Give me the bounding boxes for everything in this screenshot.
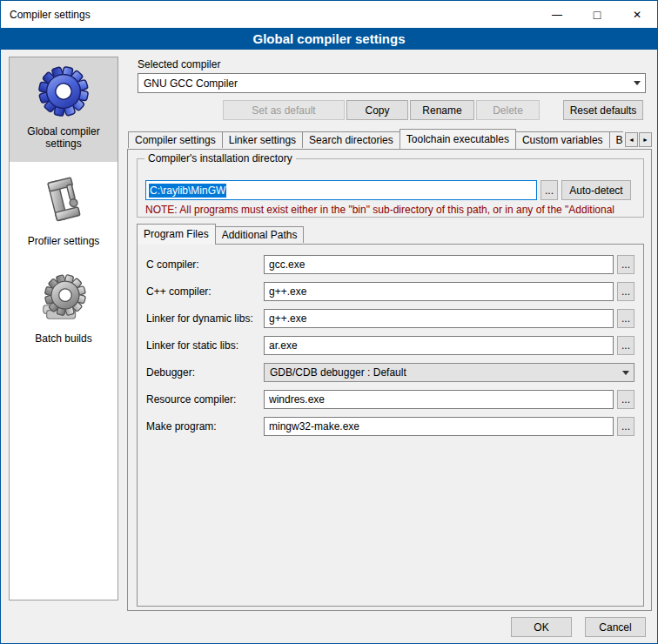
set-as-default-button[interactable]: Set as default bbox=[223, 100, 345, 120]
installation-directory-group-label: Compiler's installation directory bbox=[144, 152, 296, 164]
ok-button[interactable]: OK bbox=[511, 617, 572, 637]
sidebar-item-batch-builds[interactable]: Batch builds bbox=[10, 265, 118, 357]
form-row-make-program: Make program: ... bbox=[138, 417, 643, 436]
linker-dynamic-label: Linker for dynamic libs: bbox=[146, 309, 253, 328]
installation-directory-input[interactable]: C:\raylib\MinGW bbox=[145, 180, 537, 200]
selected-compiler-dropdown[interactable]: GNU GCC Compiler bbox=[138, 73, 646, 93]
resource-compiler-browse-button[interactable]: ... bbox=[617, 390, 634, 409]
installation-directory-selected-text: C:\raylib\MinGW bbox=[149, 184, 226, 198]
blue-gear-icon bbox=[37, 64, 91, 118]
installation-directory-browse-button[interactable]: ... bbox=[540, 180, 558, 200]
c-compiler-label: C compiler: bbox=[146, 255, 199, 274]
tabstrip-scroll-area: Compiler settings Linker settings Search… bbox=[128, 128, 623, 149]
program-files-tabstrip: Program Files Additional Paths bbox=[137, 223, 303, 244]
delete-button[interactable]: Delete bbox=[476, 100, 540, 120]
chevron-down-icon bbox=[629, 75, 644, 91]
clamp-tool-icon bbox=[37, 174, 91, 228]
debugger-label: Debugger: bbox=[146, 363, 195, 382]
tab-additional-paths[interactable]: Additional Paths bbox=[215, 226, 305, 243]
resource-compiler-input[interactable] bbox=[264, 390, 614, 409]
program-files-panel: C compiler: ... C++ compiler: ... Linker… bbox=[137, 244, 644, 607]
compiler-tabstrip: Compiler settings Linker settings Search… bbox=[128, 128, 652, 149]
sidebar-item-global-compiler-settings[interactable]: Global compiler settings bbox=[10, 57, 118, 162]
form-row-linker-dynamic: Linker for dynamic libs: ... bbox=[138, 309, 643, 328]
sidebar-item-label: Profiler settings bbox=[28, 235, 100, 247]
titlebar: Compiler settings — □ ✕ bbox=[1, 1, 657, 28]
selected-compiler-value: GNU GCC Compiler bbox=[144, 77, 238, 90]
tab-build-options-truncated[interactable]: Buil bbox=[609, 131, 623, 148]
form-row-resource-compiler: Resource compiler: ... bbox=[138, 390, 643, 409]
linker-dynamic-input[interactable] bbox=[264, 309, 614, 328]
make-program-browse-button[interactable]: ... bbox=[617, 417, 634, 436]
rename-button[interactable]: Rename bbox=[410, 100, 474, 120]
cpp-compiler-input[interactable] bbox=[264, 282, 614, 301]
cpp-compiler-label: C++ compiler: bbox=[146, 282, 212, 301]
cancel-button[interactable]: Cancel bbox=[585, 617, 646, 637]
debugger-value: GDB/CDB debugger : Default bbox=[270, 366, 406, 379]
gray-gear-stack-icon bbox=[37, 272, 91, 325]
tab-scroll-right-icon[interactable]: ► bbox=[639, 132, 652, 147]
compiler-settings-window: Compiler settings — □ ✕ Global compiler … bbox=[0, 0, 658, 644]
linker-static-label: Linker for static libs: bbox=[146, 336, 238, 355]
tab-linker-settings[interactable]: Linker settings bbox=[222, 131, 303, 148]
tab-compiler-settings[interactable]: Compiler settings bbox=[128, 131, 223, 148]
tab-toolchain-executables[interactable]: Toolchain executables bbox=[400, 129, 516, 149]
sidebar-item-profiler-settings[interactable]: Profiler settings bbox=[10, 167, 118, 259]
copy-button[interactable]: Copy bbox=[346, 100, 408, 120]
linker-static-browse-button[interactable]: ... bbox=[617, 336, 634, 355]
form-row-c-compiler: C compiler: ... bbox=[138, 255, 643, 274]
tab-search-directories[interactable]: Search directories bbox=[302, 131, 400, 148]
maximize-icon: □ bbox=[594, 8, 601, 22]
window-controls: — □ ✕ bbox=[537, 1, 657, 28]
cpp-compiler-browse-button[interactable]: ... bbox=[617, 282, 634, 301]
make-program-label: Make program: bbox=[146, 417, 217, 436]
form-row-debugger: Debugger: GDB/CDB debugger : Default bbox=[138, 363, 643, 382]
toolchain-executables-panel: Compiler's installation directory C:\ray… bbox=[127, 149, 652, 611]
page-title: Global compiler settings bbox=[1, 28, 657, 50]
debugger-dropdown[interactable]: GDB/CDB debugger : Default bbox=[264, 363, 634, 382]
tab-custom-variables[interactable]: Custom variables bbox=[515, 131, 610, 148]
window-title: Compiler settings bbox=[1, 9, 91, 21]
c-compiler-input[interactable] bbox=[264, 255, 614, 274]
sidebar-item-label: Global compiler settings bbox=[13, 125, 114, 150]
auto-detect-button[interactable]: Auto-detect bbox=[561, 180, 631, 200]
form-row-cpp-compiler: C++ compiler: ... bbox=[138, 282, 643, 301]
linker-static-input[interactable] bbox=[264, 336, 614, 355]
settings-category-list: Global compiler settings bbox=[9, 57, 118, 600]
close-button[interactable]: ✕ bbox=[617, 1, 657, 28]
minimize-button[interactable]: — bbox=[537, 1, 577, 28]
minimize-icon: — bbox=[552, 9, 562, 21]
resource-compiler-label: Resource compiler: bbox=[146, 390, 236, 409]
form-row-linker-static: Linker for static libs: ... bbox=[138, 336, 643, 355]
reset-defaults-button[interactable]: Reset defaults bbox=[563, 100, 643, 120]
tab-scroll-left-icon[interactable]: ◄ bbox=[625, 132, 638, 147]
tab-scroll-buttons: ◄ ► bbox=[625, 132, 652, 147]
selected-compiler-label: Selected compiler bbox=[138, 58, 220, 70]
chevron-down-icon bbox=[618, 365, 633, 380]
sidebar-item-label: Batch builds bbox=[35, 332, 91, 345]
maximize-button[interactable]: □ bbox=[577, 1, 617, 28]
installation-note: NOTE: All programs must exist either in … bbox=[145, 204, 648, 216]
close-icon: ✕ bbox=[633, 9, 641, 21]
linker-dynamic-browse-button[interactable]: ... bbox=[617, 309, 634, 328]
make-program-input[interactable] bbox=[264, 417, 614, 436]
tab-program-files[interactable]: Program Files bbox=[137, 224, 216, 245]
c-compiler-browse-button[interactable]: ... bbox=[617, 255, 634, 274]
